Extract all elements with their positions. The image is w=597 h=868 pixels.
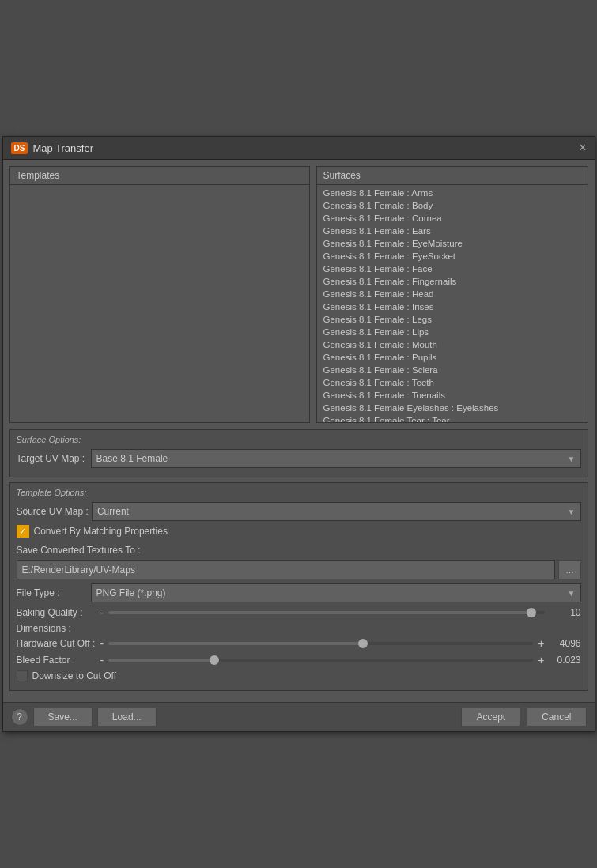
file-type-value: PNG File (*.png) [96, 587, 166, 598]
surface-item[interactable]: Genesis 8.1 Female : Legs [317, 313, 588, 326]
file-type-label: File Type : [17, 587, 88, 598]
surface-item[interactable]: Genesis 8.1 Female : EyeMoisture [317, 237, 588, 250]
surface-item[interactable]: Genesis 8.1 Female : Toenails [317, 389, 588, 402]
file-type-arrow: ▼ [568, 589, 576, 598]
surface-item[interactable]: Genesis 8.1 Female : Body [317, 199, 588, 212]
hardware-cutoff-track[interactable] [108, 642, 533, 645]
surfaces-header: Surfaces [317, 167, 588, 185]
templates-body [10, 185, 309, 422]
source-uv-label: Source UV Map : [17, 506, 89, 517]
surface-item[interactable]: Genesis 8.1 Female : Fingernails [317, 275, 588, 288]
baking-quality-fill [108, 611, 531, 614]
downsize-row: Downsize to Cut Off [17, 670, 581, 681]
surface-item[interactable]: Genesis 8.1 Female : Head [317, 288, 588, 300]
surface-item[interactable]: Genesis 8.1 Female : Sclera [317, 364, 588, 376]
target-uv-dropdown[interactable]: Base 8.1 Female ▼ [91, 449, 581, 468]
hardware-cutoff-thumb[interactable] [358, 639, 368, 648]
footer: ? Save... Load... Accept Cancel [3, 702, 595, 731]
bleed-factor-thumb[interactable] [210, 655, 219, 665]
panels-row: Templates Surfaces Genesis 8.1 Female : … [9, 166, 588, 423]
hardware-cutoff-value: 4096 [550, 638, 581, 649]
titlebar: DS Map Transfer × [3, 137, 595, 160]
surface-item[interactable]: Genesis 8.1 Female : Ears [317, 225, 588, 237]
load-button[interactable]: Load... [97, 708, 157, 726]
baking-quality-thumb[interactable] [527, 608, 536, 617]
hardware-cutoff-plus[interactable]: + [538, 637, 544, 650]
source-uv-value: Current [97, 506, 129, 517]
footer-left: ? Save... Load... [11, 708, 157, 726]
map-transfer-window: DS Map Transfer × Templates Surfaces Gen… [2, 136, 595, 732]
surface-item[interactable]: Genesis 8.1 Female : Mouth [317, 338, 588, 351]
surface-options-section: Surface Options: Target UV Map : Base 8.… [9, 429, 588, 477]
source-uv-arrow: ▼ [568, 508, 576, 516]
bleed-factor-label: Bleed Factor : [17, 655, 96, 666]
bleed-factor-value: 0.023 [550, 655, 581, 666]
convert-checkbox[interactable]: ✓ [17, 525, 29, 538]
save-button[interactable]: Save... [33, 708, 93, 726]
target-uv-label: Target UV Map : [17, 453, 88, 464]
help-button[interactable]: ? [11, 708, 28, 726]
surface-item[interactable]: Genesis 8.1 Female : Lips [317, 326, 588, 338]
template-options-title: Template Options: [17, 488, 581, 497]
baking-quality-track[interactable] [108, 611, 544, 614]
titlebar-left: DS Map Transfer [11, 142, 94, 154]
source-uv-dropdown[interactable]: Current ▼ [92, 502, 581, 521]
cancel-button[interactable]: Cancel [527, 708, 586, 726]
surfaces-list: Genesis 8.1 Female : ArmsGenesis 8.1 Fem… [317, 185, 588, 422]
main-content: Templates Surfaces Genesis 8.1 Female : … [3, 160, 595, 702]
surface-item[interactable]: Genesis 8.1 Female : Teeth [317, 376, 588, 389]
dimensions-label: Dimensions : [17, 623, 581, 634]
template-options-section: Template Options: Source UV Map : Curren… [9, 482, 588, 691]
target-uv-row: Target UV Map : Base 8.1 Female ▼ [17, 449, 581, 468]
bleed-factor-track[interactable] [108, 659, 533, 662]
browse-button[interactable]: ... [558, 560, 580, 579]
surface-item[interactable]: Genesis 8.1 Female : Pupils [317, 351, 588, 364]
file-type-dropdown[interactable]: PNG File (*.png) ▼ [91, 583, 581, 602]
surface-item[interactable]: Genesis 8.1 Female : Face [317, 262, 588, 275]
bleed-factor-plus[interactable]: + [538, 654, 544, 666]
save-path-row: ... [17, 560, 581, 579]
baking-quality-label: Baking Quality : [17, 607, 96, 618]
surface-item[interactable]: Genesis 8.1 Female : EyeSocket [317, 250, 588, 262]
close-button[interactable]: × [579, 142, 586, 154]
baking-quality-minus[interactable]: - [100, 606, 104, 619]
save-label: Save Converted Textures To : [17, 542, 581, 559]
surface-item[interactable]: Genesis 8.1 Female : Cornea [317, 212, 588, 225]
convert-checkbox-label: Convert By Matching Properties [34, 526, 168, 537]
baking-quality-value: 10 [550, 607, 581, 618]
convert-checkbox-row: ✓ Convert By Matching Properties [17, 525, 581, 538]
bleed-factor-minus[interactable]: - [100, 654, 104, 666]
source-uv-row: Source UV Map : Current ▼ [17, 502, 581, 521]
templates-header: Templates [10, 167, 309, 185]
surface-item[interactable]: Genesis 8.1 Female Tear : Tear [317, 414, 588, 422]
surfaces-panel: Surfaces Genesis 8.1 Female : ArmsGenesi… [316, 166, 588, 423]
bleed-factor-row: Bleed Factor : - + 0.023 [17, 654, 581, 666]
bleed-factor-fill [108, 659, 214, 662]
surface-item[interactable]: Genesis 8.1 Female : Irises [317, 300, 588, 313]
hardware-cutoff-fill [108, 642, 363, 645]
footer-right: Accept Cancel [461, 708, 586, 726]
baking-quality-row: Baking Quality : - 10 [17, 606, 581, 619]
file-type-row: File Type : PNG File (*.png) ▼ [17, 583, 581, 602]
accept-button[interactable]: Accept [461, 708, 520, 726]
templates-panel: Templates [9, 166, 310, 423]
hardware-cutoff-label: Hardware Cut Off : [17, 638, 96, 649]
downsize-checkbox[interactable] [17, 670, 28, 681]
target-uv-value: Base 8.1 Female [96, 453, 168, 464]
surface-item[interactable]: Genesis 8.1 Female Eyelashes : Eyelashes [317, 402, 588, 414]
hardware-cutoff-minus[interactable]: - [100, 637, 104, 650]
surface-options-title: Surface Options: [17, 435, 581, 444]
ds-logo: DS [11, 142, 28, 154]
window-title: Map Transfer [32, 142, 93, 154]
surface-item[interactable]: Genesis 8.1 Female : Arms [317, 187, 588, 199]
downsize-label: Downsize to Cut Off [32, 670, 117, 681]
target-uv-arrow: ▼ [568, 455, 576, 463]
hardware-cutoff-row: Hardware Cut Off : - + 4096 [17, 637, 581, 650]
save-path-input[interactable] [17, 560, 556, 579]
